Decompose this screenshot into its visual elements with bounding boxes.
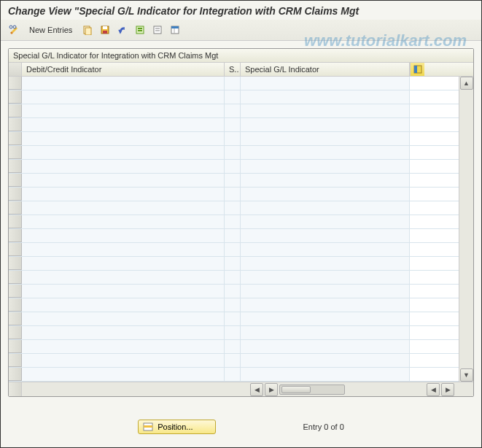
cell-s[interactable] [225,257,241,270]
row-handle[interactable] [9,174,22,187]
column-header-s[interactable]: S.. [225,63,241,76]
cell-s[interactable] [225,298,241,312]
row-handle[interactable] [9,271,22,284]
row-handle[interactable] [9,298,22,312]
cell-s[interactable] [225,132,241,145]
cell-debit-credit[interactable] [22,77,225,90]
cell-debit-credit[interactable] [22,90,225,104]
cell-debit-credit[interactable] [22,312,225,325]
cell-special-gl[interactable] [241,271,410,284]
scroll-right-button[interactable]: ▶ [265,383,278,396]
cell-debit-credit[interactable] [22,354,225,367]
scroll-down-button[interactable]: ▼ [460,368,473,382]
cell-special-gl[interactable] [241,326,410,339]
cell-special-gl[interactable] [241,201,410,215]
row-handle[interactable] [9,354,22,367]
column-config-button[interactable] [410,63,424,76]
cell-debit-credit[interactable] [22,104,225,117]
cell-s[interactable] [225,188,241,201]
cell-debit-credit[interactable] [22,201,225,215]
cell-debit-credit[interactable] [22,215,225,228]
new-entries-button[interactable]: New Entries [24,23,77,36]
scroll-left-button[interactable]: ◀ [250,383,263,396]
cell-debit-credit[interactable] [22,160,225,173]
cell-debit-credit[interactable] [22,174,225,187]
cell-special-gl[interactable] [241,118,410,131]
row-handle[interactable] [9,243,22,256]
cell-special-gl[interactable] [241,160,410,173]
cell-s[interactable] [225,312,241,325]
row-handle[interactable] [9,104,22,117]
cell-special-gl[interactable] [241,174,410,187]
cell-debit-credit[interactable] [22,118,225,131]
cell-special-gl[interactable] [241,243,410,256]
row-handle[interactable] [9,160,22,173]
cell-special-gl[interactable] [241,312,410,325]
cell-special-gl[interactable] [241,229,410,242]
row-handle[interactable] [9,326,22,339]
print-button[interactable] [168,23,182,37]
cell-special-gl[interactable] [241,368,410,381]
row-handle[interactable] [9,118,22,131]
scroll-track[interactable] [459,90,473,368]
cell-debit-credit[interactable] [22,188,225,201]
row-handle[interactable] [9,340,22,353]
cell-debit-credit[interactable] [22,132,225,145]
row-handle[interactable] [9,201,22,215]
cell-s[interactable] [225,174,241,187]
cell-special-gl[interactable] [241,285,410,298]
cell-s[interactable] [225,340,241,353]
cell-special-gl[interactable] [241,340,410,353]
cell-debit-credit[interactable] [22,229,225,242]
cell-special-gl[interactable] [241,298,410,312]
scroll-left-button-2[interactable]: ◀ [427,383,440,396]
row-handle[interactable] [9,215,22,228]
position-button[interactable]: Position... [138,420,215,434]
cell-debit-credit[interactable] [22,243,225,256]
cell-s[interactable] [225,201,241,215]
cell-debit-credit[interactable] [22,326,225,339]
row-handle[interactable] [9,90,22,104]
cell-debit-credit[interactable] [22,257,225,270]
cell-debit-credit[interactable] [22,146,225,159]
cell-special-gl[interactable] [241,188,410,201]
toggle-button[interactable] [7,23,21,37]
row-handle[interactable] [9,229,22,242]
cell-s[interactable] [225,146,241,159]
undo-button[interactable] [115,23,130,37]
scroll-up-button[interactable]: ▲ [460,77,473,90]
cell-special-gl[interactable] [241,146,410,159]
row-handle[interactable] [9,146,22,159]
row-handle[interactable] [9,77,22,90]
cell-debit-credit[interactable] [22,340,225,353]
cell-s[interactable] [225,160,241,173]
row-handle[interactable] [9,368,22,381]
cell-debit-credit[interactable] [22,271,225,284]
cell-s[interactable] [225,243,241,256]
cell-debit-credit[interactable] [22,368,225,381]
select-all-button[interactable] [133,23,147,37]
row-handle[interactable] [9,188,22,201]
deselect-all-button[interactable] [150,23,165,37]
cell-special-gl[interactable] [241,77,410,90]
copy-button[interactable] [80,23,95,37]
cell-special-gl[interactable] [241,257,410,270]
save-button[interactable] [98,23,112,37]
cell-s[interactable] [225,354,241,367]
hscroll-thumb[interactable] [281,386,311,393]
cell-debit-credit[interactable] [22,298,225,312]
row-handle[interactable] [9,257,22,270]
column-header-special-gl[interactable]: Special G/L Indicator [241,63,410,76]
cell-s[interactable] [225,118,241,131]
cell-s[interactable] [225,285,241,298]
cell-s[interactable] [225,271,241,284]
row-handle[interactable] [9,285,22,298]
hscroll-track[interactable] [279,385,345,395]
scroll-right-button-2[interactable]: ▶ [441,383,454,396]
vertical-scrollbar[interactable]: ▲ ▼ [459,77,473,382]
cell-special-gl[interactable] [241,104,410,117]
cell-special-gl[interactable] [241,132,410,145]
row-handle[interactable] [9,312,22,325]
cell-s[interactable] [225,229,241,242]
cell-s[interactable] [225,77,241,90]
